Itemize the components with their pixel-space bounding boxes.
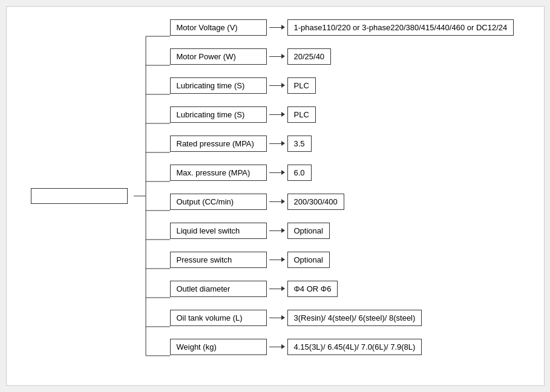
- arrow-line: [269, 201, 281, 202]
- table-row: Output (CC/min)200/300/400: [170, 187, 538, 216]
- spec-label: Pressure switch: [170, 252, 267, 268]
- arrow-connector: [269, 112, 285, 117]
- table-row: Weight (kg)4.15(3L)/ 6.45(4L)/ 7.0(6L)/ …: [170, 332, 538, 361]
- arrow-tip: [281, 25, 285, 30]
- spec-label: Motor Voltage (V): [170, 19, 267, 36]
- spec-label: Motor Power (W): [170, 48, 267, 65]
- arrow-tip: [281, 83, 285, 88]
- arrow-line: [269, 260, 281, 260]
- arrow-connector: [269, 315, 285, 320]
- arrow-tip: [281, 54, 285, 59]
- arrow-line: [269, 27, 281, 28]
- spec-label: Lubricating time (S): [170, 106, 267, 123]
- arrow-line: [269, 143, 281, 144]
- arrow-connector: [269, 199, 285, 204]
- table-row: Motor Voltage (V)1-phase110/220 or 3-pha…: [170, 13, 538, 42]
- value-label: PLC: [287, 77, 316, 94]
- rows-container: Motor Voltage (V)1-phase110/220 or 3-pha…: [170, 13, 538, 361]
- arrow-tip: [281, 170, 285, 175]
- spec-label: Rated pressure (MPA): [170, 136, 267, 152]
- arrow-tip: [281, 344, 285, 349]
- table-row: Outlet diameterΦ4 OR Φ6: [170, 274, 538, 303]
- arrow-tip: [281, 315, 285, 320]
- arrow-connector: [269, 286, 285, 291]
- spec-label: Max. pressure (MPA): [170, 165, 267, 181]
- arrow-connector: [269, 257, 285, 262]
- arrow-line: [269, 172, 281, 173]
- value-label: Optional: [287, 223, 330, 239]
- arrow-line: [269, 289, 281, 289]
- spec-label: Lubricating time (S): [170, 77, 267, 94]
- arrow-connector: [269, 228, 285, 233]
- spec-label: Liquid level switch: [170, 223, 267, 239]
- spec-label: Oil tank volume (L): [170, 310, 267, 326]
- value-label: PLC: [287, 106, 316, 123]
- arrow-line: [269, 85, 281, 86]
- value-label: 200/300/400: [287, 194, 344, 210]
- value-label: 20/25/40: [287, 48, 332, 65]
- arrow-tip: [281, 112, 285, 117]
- diagram-container: Motor Voltage (V)1-phase110/220 or 3-pha…: [6, 6, 545, 386]
- table-row: Lubricating time (S)PLC: [170, 71, 538, 100]
- value-label: Optional: [287, 252, 330, 268]
- arrow-line: [269, 56, 281, 57]
- arrow-line: [269, 318, 281, 318]
- spec-label: Output (CC/min): [170, 194, 267, 210]
- value-label: 3.5: [287, 136, 312, 152]
- arrow-line: [269, 114, 281, 115]
- spec-label: Outlet diameter: [170, 281, 267, 297]
- value-label: 6.0: [287, 165, 312, 181]
- arrow-tip: [281, 286, 285, 291]
- arrow-tip: [281, 257, 285, 262]
- table-row: Lubricating time (S)PLC: [170, 100, 538, 129]
- arrow-tip: [281, 228, 285, 233]
- arrow-connector: [269, 83, 285, 88]
- value-label: 1-phase110/220 or 3-phase220/380/415/440…: [287, 19, 514, 36]
- value-label: 3(Resin)/ 4(steel)/ 6(steel)/ 8(steel): [287, 310, 422, 326]
- arrow-line: [269, 230, 281, 231]
- arrow-line: [269, 347, 281, 347]
- value-label: 4.15(3L)/ 6.45(4L)/ 7.0(6L)/ 7.9(8L): [287, 339, 422, 355]
- arrow-connector: [269, 170, 285, 175]
- table-row: Pressure switchOptional: [170, 245, 538, 274]
- arrow-tip: [281, 199, 285, 204]
- arrow-tip: [281, 141, 285, 146]
- table-row: Liquid level switchOptional: [170, 216, 538, 245]
- arrow-connector: [269, 54, 285, 59]
- tree-area: Motor Voltage (V)1-phase110/220 or 3-pha…: [134, 13, 538, 379]
- arrow-connector: [269, 141, 285, 146]
- arrow-connector: [269, 25, 285, 30]
- spec-label: Weight (kg): [170, 339, 267, 355]
- value-label: Φ4 OR Φ6: [287, 281, 338, 297]
- table-row: Motor Power (W)20/25/40: [170, 42, 538, 71]
- root-node: [31, 188, 128, 204]
- table-row: Max. pressure (MPA)6.0: [170, 158, 538, 187]
- table-row: Oil tank volume (L)3(Resin)/ 4(steel)/ 6…: [170, 303, 538, 332]
- arrow-connector: [269, 344, 285, 349]
- table-row: Rated pressure (MPA)3.5: [170, 129, 538, 158]
